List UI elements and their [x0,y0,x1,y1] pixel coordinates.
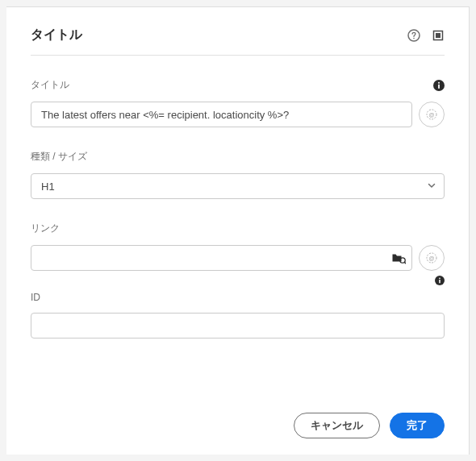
svg-rect-5 [438,84,440,88]
svg-point-6 [438,81,440,83]
panel-content: タイトル @ 種類 / サイズ [31,56,445,397]
link-personalize-button[interactable]: @ [419,245,445,271]
id-field-group: ID [31,292,445,338]
panel-title: タイトル [31,27,82,44]
help-icon[interactable] [407,29,420,42]
id-label: ID [31,292,40,303]
type-select[interactable] [31,173,445,199]
svg-point-15 [439,277,441,279]
type-field-group: 種類 / サイズ [31,150,445,199]
link-input[interactable] [31,245,412,271]
done-button[interactable]: 完了 [390,413,445,438]
link-picker-icon[interactable] [391,251,406,264]
personalize-icon: @ [425,251,438,264]
title-input[interactable] [31,102,412,127]
svg-line-10 [404,262,406,264]
panel-header: タイトル [31,27,445,56]
title-field-group: タイトル @ [31,78,445,127]
svg-rect-14 [439,280,441,283]
type-select-wrap [31,173,445,199]
svg-rect-3 [436,33,441,38]
svg-text:@: @ [429,112,435,118]
svg-point-1 [413,37,415,39]
link-label: リンク [31,222,60,235]
title-settings-panel: タイトル タイトル @ [6,6,470,455]
link-field-group: リンク @ [31,222,445,285]
personalize-icon: @ [425,108,438,121]
link-info-icon[interactable] [435,276,445,285]
info-icon[interactable] [433,80,445,91]
fullscreen-icon[interactable] [432,29,445,42]
type-label: 種類 / サイズ [31,150,87,164]
title-label: タイトル [31,78,69,92]
personalize-button[interactable]: @ [419,102,445,127]
panel-footer: キャンセル 完了 [31,397,445,438]
svg-text:@: @ [429,255,435,261]
cancel-button[interactable]: キャンセル [294,413,380,438]
id-input[interactable] [31,313,445,338]
header-actions [407,29,445,42]
